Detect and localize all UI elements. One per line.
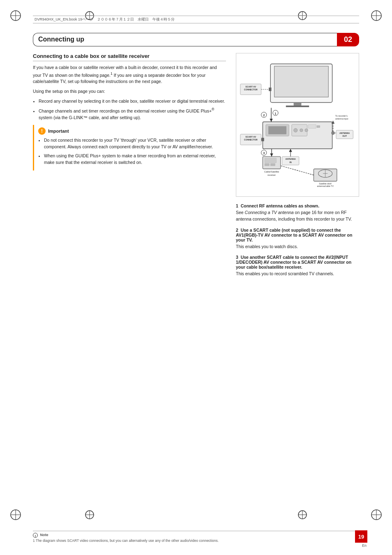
svg-text:Satellite dish/: Satellite dish/: [319, 182, 332, 185]
reg-mark-tl: [8, 8, 23, 23]
svg-rect-61: [265, 164, 269, 166]
reg-mark-br: [369, 507, 384, 522]
svg-text:ANTENNA: ANTENNA: [339, 132, 350, 134]
svg-marker-77: [289, 149, 292, 152]
svg-line-75: [281, 166, 314, 175]
note-text: 1 The diagram shows SCART video connecti…: [33, 539, 359, 543]
step-2-body: This enables you to watch discs.: [236, 244, 359, 250]
svg-text:CONNECTOR: CONNECTOR: [244, 138, 258, 141]
connection-diagram: SCART AV CONNECTOR: [240, 57, 355, 192]
svg-text:3: 3: [263, 151, 265, 155]
file-info-bar: DVR940HX_UK_EN.book 19ページ ２００６年７月１２日 水曜日…: [33, 16, 359, 23]
svg-text:ANTENNA: ANTENNA: [285, 158, 295, 160]
svg-rect-32: [269, 88, 271, 91]
main-content: Connecting up 02 Connecting to a cable b…: [33, 33, 359, 514]
svg-point-37: [294, 128, 297, 132]
note-label: i Note: [33, 533, 359, 538]
step-3-number: 3: [236, 255, 238, 260]
step-instructions: 1 Connect RF antenna cables as shown. Se…: [236, 203, 359, 277]
svg-text:Cable/Satellite: Cable/Satellite: [264, 171, 279, 173]
section-title: Connecting up: [33, 33, 337, 46]
svg-rect-60: [265, 158, 276, 163]
capability-list: Record any channel by selecting it on th…: [39, 98, 226, 121]
important-list: Do not connect this recorder to your TV …: [44, 137, 222, 166]
page-number-badge: 19: [355, 530, 367, 543]
step-1: 1 Connect RF antenna cables as shown. Se…: [236, 203, 359, 223]
svg-text:To recorder's: To recorder's: [335, 115, 348, 117]
step-1-number: 1: [236, 203, 238, 208]
right-column: SCART AV CONNECTOR: [236, 53, 359, 282]
svg-rect-40: [308, 124, 316, 128]
section-header: Connecting up 02: [33, 33, 359, 46]
reg-mark-tr: [369, 8, 384, 23]
svg-marker-72: [270, 119, 273, 122]
svg-text:OUT: OUT: [342, 135, 347, 137]
svg-rect-62: [270, 164, 275, 166]
svg-point-39: [305, 129, 308, 132]
step-3-body: This enables you to record scrambled TV …: [236, 271, 359, 277]
svg-rect-35: [269, 127, 286, 134]
warning-icon: !: [38, 127, 46, 135]
body-para-using: Using the setup on this page you can:: [33, 88, 226, 95]
left-column: Connecting to a cable box or satellite r…: [33, 53, 226, 282]
step-2-title: 2 Use a SCART cable (not supplied) to co…: [236, 228, 359, 242]
step-1-body: See Connecting a TV antenna on page 16 f…: [236, 210, 359, 223]
diagram-container: SCART AV CONNECTOR: [236, 53, 359, 197]
svg-point-38: [300, 129, 303, 132]
body-para-1: If you have a cable box or satellite rec…: [33, 64, 226, 85]
svg-point-50: [332, 131, 335, 135]
svg-text:SCART AV: SCART AV: [245, 136, 256, 138]
important-box: ! Important Do not connect this recorder…: [33, 125, 226, 170]
chapter-badge: 02: [337, 33, 359, 46]
svg-text:SCART AV: SCART AV: [245, 85, 256, 88]
svg-marker-74: [270, 154, 273, 157]
important-label: Important: [48, 129, 69, 134]
step-2: 2 Use a SCART cable (not supplied) to co…: [236, 228, 359, 250]
svg-text:antenna input: antenna input: [335, 117, 348, 120]
svg-text:1: 1: [274, 112, 276, 115]
important-title: ! Important: [38, 127, 222, 135]
step-3: 3 Use another SCART cable to connect the…: [236, 255, 359, 277]
subsection-title: Connecting to a cable box or satellite r…: [33, 53, 226, 61]
bullet-record: Record any channel by selecting it on th…: [39, 98, 226, 105]
svg-text:2: 2: [263, 113, 265, 117]
svg-rect-46: [262, 138, 264, 141]
page-lang: En: [362, 543, 367, 548]
svg-rect-26: [294, 102, 302, 106]
svg-text:CONNECTOR: CONNECTOR: [244, 88, 258, 91]
svg-rect-27: [286, 106, 309, 107]
step-3-title: 3 Use another SCART cable to connect the…: [236, 255, 359, 269]
file-info-text: DVR940HX_UK_EN.book 19ページ ２００６年７月１２日 水曜日…: [35, 17, 175, 22]
important-bullet-1: Do not connect this recorder to your TV …: [44, 137, 222, 150]
note-icon: i: [33, 533, 38, 538]
important-bullet-2: When using the GUIDE Plus+ system to mak…: [44, 153, 222, 166]
step-1-title: 1 Connect RF antenna cables as shown.: [236, 203, 359, 208]
svg-text:receiver: receiver: [267, 174, 276, 176]
bottom-note: i Note 1 The diagram shows SCART video c…: [33, 531, 359, 543]
content-columns: Connecting to a cable box or satellite r…: [33, 53, 359, 282]
svg-text:i: i: [35, 534, 36, 538]
svg-rect-41: [317, 126, 320, 128]
svg-text:antenna/cable TV: antenna/cable TV: [317, 185, 334, 187]
step-2-number: 2: [236, 228, 238, 233]
svg-rect-25: [274, 66, 329, 97]
svg-text:IN: IN: [290, 161, 292, 164]
reg-mark-bl: [8, 507, 23, 522]
bullet-change: Change channels and set timer recordings…: [39, 107, 226, 121]
